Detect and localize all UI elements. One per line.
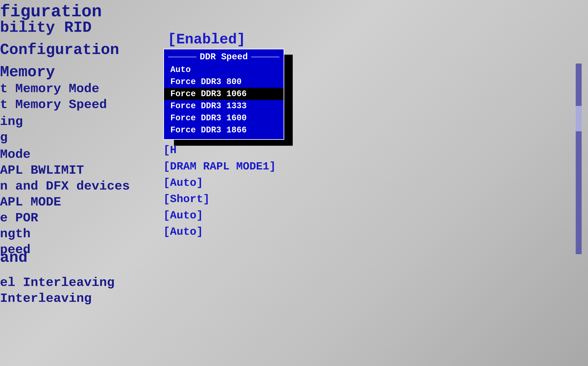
popup-title: DDR Speed bbox=[196, 52, 251, 62]
menu-item-interleaving: Interleaving bbox=[0, 291, 92, 306]
ddr-option-ddr3-1866[interactable]: Force DDR3 1866 bbox=[164, 124, 284, 136]
ddr-option-auto[interactable]: Auto bbox=[164, 64, 284, 76]
menu-item-mode: Mode bbox=[0, 147, 31, 162]
scrollbar[interactable] bbox=[576, 63, 582, 254]
menu-item-el-interleaving: el Interleaving bbox=[0, 275, 115, 290]
right-value-val-dram-rapl: [DRAM RAPL MODE1] bbox=[163, 160, 276, 173]
bios-screen: figuration bility RIDConfigurationMemory… bbox=[0, 0, 588, 366]
menu-item-bility-rid: bility RID bbox=[0, 19, 92, 36]
menu-item-ing: ing bbox=[0, 114, 23, 129]
right-value-val-short: [Short] bbox=[163, 193, 276, 206]
ddr-option-ddr3-1600[interactable]: Force DDR3 1600 bbox=[164, 112, 284, 124]
menu-item-apl-mode: APL MODE bbox=[0, 195, 61, 209]
ddr-option-ddr3-800[interactable]: Force DDR3 800 bbox=[164, 76, 284, 88]
ddr-options-list: AutoForce DDR3 800Force DDR3 1066Force D… bbox=[164, 64, 284, 136]
menu-item-configuration: Configuration bbox=[0, 41, 119, 59]
menu-item-e-por: e POR bbox=[0, 211, 38, 225]
menu-item-g: g bbox=[0, 130, 8, 145]
ddr-option-ddr3-1066[interactable]: Force DDR3 1066 bbox=[164, 88, 284, 100]
scrollbar-thumb[interactable] bbox=[576, 106, 582, 131]
right-value-val-h: [H bbox=[163, 144, 276, 157]
right-value-val-auto2: [Auto] bbox=[163, 209, 276, 222]
right-value-list: [H[DRAM RAPL MODE1][Auto][Short][Auto][A… bbox=[163, 144, 276, 238]
right-values-section: [H[DRAM RAPL MODE1][Auto][Short][Auto][A… bbox=[163, 144, 276, 242]
ddr-option-ddr3-1333[interactable]: Force DDR3 1333 bbox=[164, 100, 284, 112]
menu-item-rapl-bwlimit: APL BWLIMIT bbox=[0, 163, 84, 177]
enabled-value: [Enabled] bbox=[167, 31, 246, 48]
popup-title-bar: DDR Speed bbox=[164, 49, 284, 64]
menu-item-memory-speed: t Memory Speed bbox=[0, 97, 107, 112]
page-title-partial: figuration bbox=[0, 2, 102, 21]
menu-item-memory-mode: t Memory Mode bbox=[0, 82, 99, 96]
right-value-val-auto3: [Auto] bbox=[163, 226, 276, 238]
ddr-speed-popup[interactable]: DDR Speed AutoForce DDR3 800Force DDR3 1… bbox=[163, 49, 284, 140]
menu-item-memory: Memory bbox=[0, 63, 55, 81]
right-value-val-auto1: [Auto] bbox=[163, 177, 276, 189]
menu-item-and-dfx: n and DFX devices bbox=[0, 179, 130, 193]
menu-item-and: and bbox=[0, 249, 28, 267]
menu-item-ngth: ngth bbox=[0, 227, 31, 241]
